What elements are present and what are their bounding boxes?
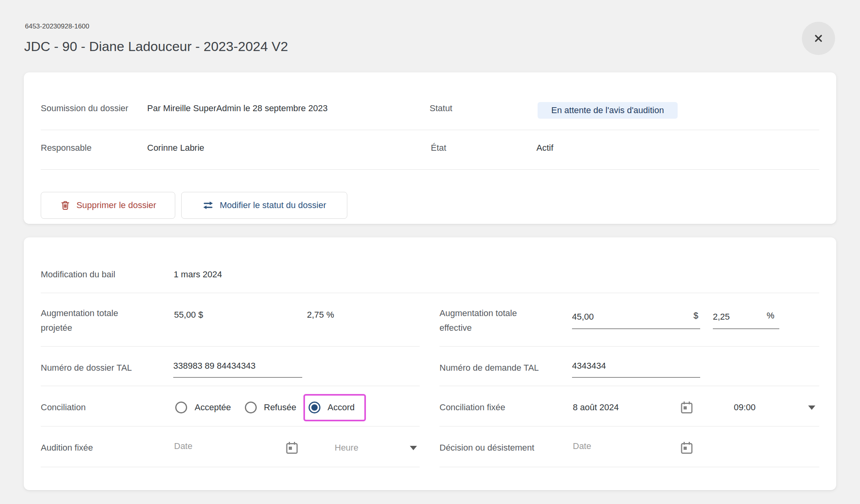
conciliation-label: Conciliation [41, 402, 86, 413]
summary-card: Soumission du dossier Par Mireille Super… [24, 72, 836, 224]
delete-dossier-button[interactable]: Supprimer le dossier [41, 192, 175, 219]
conciliation-time-value: 09:00 [734, 402, 756, 413]
conciliation-radio-acceptee-label[interactable]: Acceptée [195, 402, 231, 413]
details-card: Modification du bail 1 mars 2024 Augment… [24, 237, 836, 490]
conciliation-time-select[interactable]: 09:00 [734, 402, 837, 415]
conciliation-fixed-label: Conciliation fixée [439, 402, 505, 413]
trash-icon [60, 200, 71, 211]
submission-value: Par Mireille SuperAdmin le 28 septembre … [147, 103, 328, 114]
page-title: JDC - 90 - Diane Ladouceur - 2023-2024 V… [24, 39, 288, 54]
effective-amount-input[interactable] [572, 305, 700, 329]
conciliation-fixed-date[interactable]: 8 août 2024 [573, 402, 619, 413]
calendar-icon[interactable] [680, 441, 694, 455]
row-divider [41, 386, 420, 386]
tal-file-number-label: Numéro de dossier TAL [41, 363, 132, 373]
row-divider [41, 346, 420, 347]
projected-increase-label-line2: projetée [41, 323, 72, 333]
responsible-label: Responsable [41, 143, 91, 153]
projected-increase-amount: 55,00 $ [174, 310, 203, 320]
effective-increase-label-line2: effective [439, 323, 472, 333]
chevron-down-icon [808, 405, 815, 410]
conciliation-radio-accord-label[interactable]: Accord [328, 402, 354, 413]
decision-label: Décision ou désistement [439, 443, 534, 453]
row-divider [439, 386, 819, 386]
calendar-icon[interactable] [285, 441, 299, 455]
row-divider [41, 169, 819, 170]
dossier-detail-page: 6453-20230928-1600 JDC - 90 - Diane Lado… [0, 0, 860, 504]
status-badge: En attente de l'avis d'audition [538, 102, 678, 119]
delete-dossier-label: Supprimer le dossier [76, 200, 156, 210]
tal-request-number-input[interactable] [572, 354, 700, 378]
projected-increase-percent: 2,75 % [307, 310, 334, 320]
audition-fixed-label: Audition fixée [41, 443, 93, 453]
audition-time-placeholder: Heure [335, 443, 358, 453]
row-divider [41, 293, 819, 293]
audition-date-input[interactable] [174, 441, 269, 451]
close-button[interactable] [802, 22, 835, 55]
state-label: État [431, 143, 446, 153]
tal-request-number-label: Numéro de demande TAL [439, 363, 539, 373]
row-divider [41, 467, 420, 467]
row-divider [41, 130, 819, 130]
calendar-icon[interactable] [680, 400, 694, 415]
change-status-button[interactable]: Modifier le statut du dossier [181, 192, 347, 219]
row-divider [439, 346, 819, 347]
lease-modification-value: 1 mars 2024 [174, 269, 222, 280]
close-icon [812, 32, 825, 45]
change-status-label: Modifier le statut du dossier [220, 200, 326, 210]
submission-label: Soumission du dossier [41, 103, 128, 114]
tal-file-number-input[interactable] [173, 354, 302, 378]
conciliation-radio-refusee[interactable] [245, 402, 257, 413]
decision-date-input[interactable] [573, 441, 668, 451]
responsible-value: Corinne Labrie [147, 143, 204, 153]
effective-percent-suffix: % [767, 311, 775, 321]
state-value: Actif [536, 143, 553, 153]
chevron-down-icon [410, 446, 417, 450]
lease-modification-label: Modification du bail [41, 269, 115, 280]
row-divider [439, 467, 819, 467]
status-label: Statut [430, 103, 452, 114]
effective-increase-label-line1: Augmentation totale [439, 308, 517, 318]
conciliation-radio-accord[interactable] [309, 402, 320, 413]
dossier-id: 6453-20230928-1600 [25, 23, 89, 30]
conciliation-radio-acceptee[interactable] [175, 402, 187, 413]
row-divider [439, 426, 819, 426]
effective-amount-suffix: $ [693, 311, 698, 321]
projected-increase-label-line1: Augmentation totale [41, 308, 118, 318]
conciliation-radio-refusee-label[interactable]: Refusée [264, 402, 296, 413]
swap-arrows-icon [202, 199, 214, 211]
audition-time-select[interactable]: Heure [335, 443, 418, 455]
row-divider [41, 426, 420, 426]
